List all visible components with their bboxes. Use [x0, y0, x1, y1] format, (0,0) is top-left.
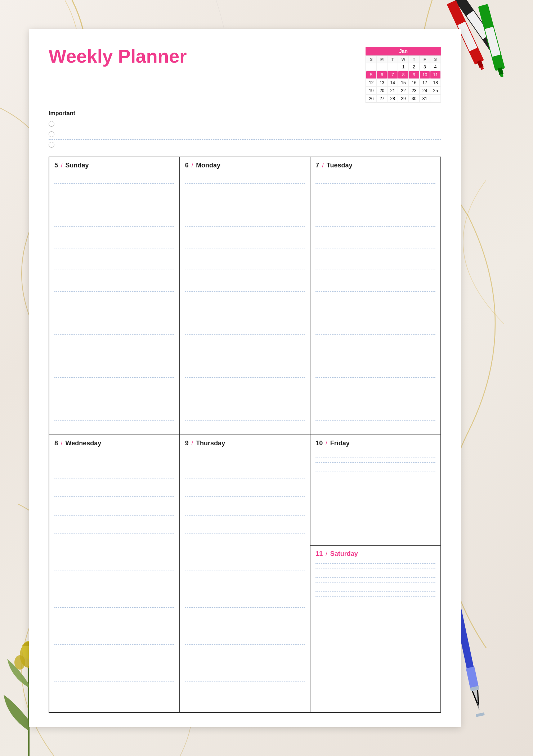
day-line [54, 270, 174, 270]
day-line [185, 291, 305, 292]
day-line [185, 270, 305, 270]
day-line [315, 568, 435, 568]
day-number-monday: 6 [185, 162, 189, 169]
checkbox-3[interactable] [49, 142, 54, 148]
day-line [185, 534, 305, 534]
day-number-sunday: 5 [54, 162, 58, 169]
cal-day-cell: 23 [409, 87, 420, 95]
day-line [315, 399, 435, 399]
day-line [315, 291, 435, 292]
calendar-month: Jan [366, 47, 441, 55]
day-cell-thursday: 9 / Thursday [180, 435, 310, 713]
slash-friday: / [326, 440, 327, 446]
day-line [54, 313, 174, 313]
day-line [315, 377, 435, 378]
slash-saturday: / [326, 551, 327, 557]
day-line [315, 582, 435, 582]
day-line [315, 458, 435, 458]
day-cell-wednesday: 8 / Wednesday [49, 435, 180, 713]
day-line [315, 356, 435, 356]
day-line [54, 515, 174, 516]
cal-day-cell: 15 [398, 79, 409, 87]
day-lines-monday [185, 173, 305, 432]
day-line [54, 377, 174, 378]
day-line [315, 596, 435, 597]
day-line [185, 460, 305, 460]
day-line [185, 226, 305, 227]
cal-day-cell: 26 [366, 95, 377, 103]
day-line [315, 183, 435, 184]
day-header-friday: 10 / Friday [315, 440, 435, 447]
day-line [54, 700, 174, 700]
day-line [185, 663, 305, 663]
planner-header: Weekly Planner Jan SMTWTFS12345678910111… [49, 47, 441, 103]
cal-day-cell: 8 [398, 71, 409, 79]
day-lines-thursday [185, 451, 305, 710]
day-line [54, 644, 174, 645]
day-line [315, 226, 435, 227]
day-line [185, 205, 305, 205]
cal-day-cell: 10 [420, 71, 430, 79]
cal-day-cell: 2 [409, 63, 420, 71]
cal-day-cell: 11 [430, 71, 441, 79]
day-line [54, 571, 174, 571]
cal-day-cell: 28 [387, 95, 398, 103]
day-line [185, 626, 305, 626]
day-line [315, 467, 435, 467]
cal-day-cell: 14 [387, 79, 398, 87]
day-line [315, 334, 435, 335]
cal-day-cell: 30 [409, 95, 420, 103]
day-line [54, 478, 174, 478]
checkbox-2[interactable] [49, 131, 54, 137]
cal-day-cell: 19 [366, 87, 377, 95]
day-lines-friday [315, 451, 435, 474]
day-line [54, 663, 174, 663]
day-line [315, 205, 435, 205]
day-line [54, 291, 174, 292]
day-number-wednesday: 8 [54, 440, 58, 447]
day-line [315, 472, 435, 472]
day-line [54, 460, 174, 460]
day-name-monday: Monday [196, 162, 220, 169]
cal-day-cell [430, 95, 441, 103]
important-item-1 [49, 119, 441, 129]
day-number-friday: 10 [315, 440, 323, 447]
day-line [185, 552, 305, 552]
day-line [185, 589, 305, 589]
day-line [185, 644, 305, 645]
day-lines-wednesday [54, 451, 174, 710]
day-line [315, 270, 435, 270]
day-line [54, 534, 174, 534]
calendar-grid: SMTWTFS123456789101112131415161718192021… [366, 55, 441, 103]
day-header-monday: 6 / Monday [185, 162, 305, 169]
cal-day-cell: 6 [377, 71, 388, 79]
day-number-saturday: 11 [315, 550, 323, 558]
day-line [54, 356, 174, 356]
cal-day-cell: 4 [430, 63, 441, 71]
day-line [54, 589, 174, 589]
day-cell-tuesday: 7 / Tuesday [310, 157, 441, 435]
day-name-friday: Friday [330, 440, 350, 447]
day-line [315, 563, 435, 564]
day-line [315, 573, 435, 573]
day-line [185, 681, 305, 681]
cal-day-cell: 27 [377, 95, 388, 103]
cal-day-cell: 18 [430, 79, 441, 87]
slash-wednesday: / [61, 440, 62, 446]
cal-day-cell: 12 [366, 79, 377, 87]
slash-monday: / [192, 162, 193, 169]
day-line [54, 334, 174, 335]
day-line [54, 496, 174, 497]
cal-day-header: M [377, 56, 388, 63]
saturday-part: 11 / Saturday [310, 546, 440, 712]
day-name-tuesday: Tuesday [327, 162, 353, 169]
day-line [315, 591, 435, 592]
day-cell-friday-saturday: 10 / Friday 11 / Saturday [310, 435, 441, 713]
day-line [185, 515, 305, 516]
cal-day-cell [387, 63, 398, 71]
cal-day-header: T [409, 56, 420, 63]
day-header-wednesday: 8 / Wednesday [54, 440, 174, 447]
checkbox-1[interactable] [49, 121, 54, 127]
cal-day-header: F [420, 56, 430, 63]
cal-day-cell [366, 63, 377, 71]
